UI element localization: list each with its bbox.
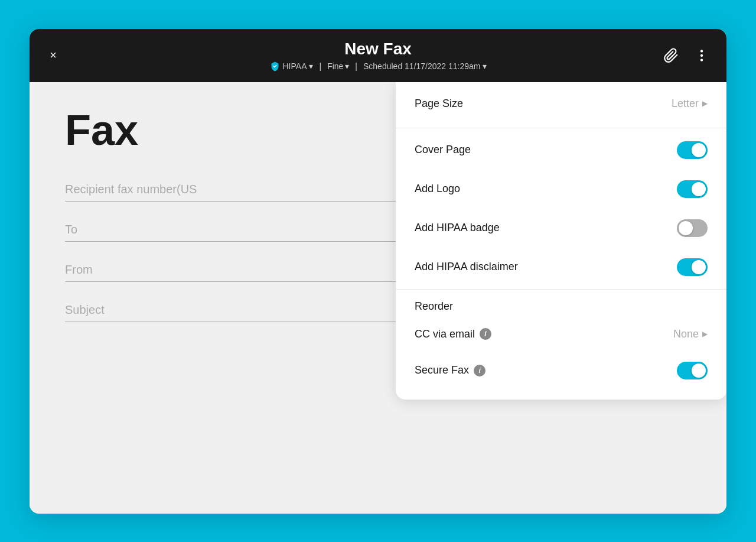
outer-frame: × New Fax HIPAA ▾ | Fine — [18, 17, 738, 525]
secure-fax-info-icon[interactable]: i — [474, 365, 485, 377]
hipaa-chevron-icon: ▾ — [309, 61, 313, 71]
fine-dropdown[interactable]: Fine ▾ — [327, 61, 349, 71]
add-logo-item[interactable]: Add Logo — [396, 170, 726, 209]
subject-input[interactable] — [65, 298, 396, 322]
divider-2 — [396, 289, 726, 290]
app-window: × New Fax HIPAA ▾ | Fine — [30, 29, 726, 514]
more-options-button[interactable] — [691, 45, 712, 66]
cc-via-email-value: None ▶ — [673, 328, 708, 340]
attachment-button[interactable] — [660, 45, 682, 66]
cc-via-email-info-icon[interactable]: i — [480, 328, 491, 340]
secure-fax-toggle-knob — [692, 364, 706, 378]
cover-page-toggle[interactable] — [677, 141, 708, 159]
content-area: Fax Page Si — [30, 82, 726, 514]
paperclip-icon — [663, 48, 679, 63]
header-subtitle: HIPAA ▾ | Fine ▾ | Scheduled 11/17/2022 … — [270, 61, 487, 72]
close-button[interactable]: × — [44, 46, 63, 65]
add-hipaa-badge-label: Add HIPAA badge — [415, 222, 500, 234]
add-logo-label: Add Logo — [415, 183, 460, 195]
secure-fax-label: Secure Fax — [415, 364, 469, 377]
add-hipaa-badge-toggle[interactable] — [677, 219, 708, 237]
page-size-chevron-icon: ▶ — [702, 99, 708, 108]
header-center: New Fax HIPAA ▾ | Fine ▾ — [270, 39, 487, 72]
add-hipaa-disclaimer-toggle-knob — [692, 260, 706, 274]
shield-icon — [270, 61, 281, 72]
pipe-divider-2: | — [355, 61, 357, 71]
page-size-value: Letter ▶ — [672, 98, 708, 110]
pipe-divider-1: | — [319, 61, 321, 71]
scheduled-dropdown[interactable]: Scheduled 11/17/2022 11:29am ▾ — [363, 61, 487, 71]
page-size-label: Page Size — [415, 98, 463, 110]
secure-fax-row: Secure Fax i — [415, 364, 485, 377]
cc-via-email-label: CC via email — [415, 328, 475, 340]
to-input[interactable] — [65, 218, 396, 242]
cc-via-email-chevron-icon: ▶ — [702, 330, 708, 338]
header: × New Fax HIPAA ▾ | Fine — [30, 29, 726, 82]
add-hipaa-disclaimer-label: Add HIPAA disclaimer — [415, 261, 518, 273]
cover-page-item[interactable]: Cover Page — [396, 131, 726, 170]
dots-icon — [694, 48, 709, 63]
menu-section-page-size: Page Size Letter ▶ — [396, 82, 726, 125]
svg-point-2 — [700, 59, 703, 61]
scheduled-chevron-icon: ▾ — [483, 61, 487, 71]
header-right — [660, 45, 712, 66]
menu-bottom-padding — [396, 390, 726, 400]
from-input[interactable] — [65, 258, 396, 282]
cc-via-email-item[interactable]: CC via email i None ▶ — [396, 317, 726, 351]
add-hipaa-disclaimer-toggle[interactable] — [677, 258, 708, 276]
secure-fax-toggle[interactable] — [677, 362, 708, 379]
add-hipaa-badge-item[interactable]: Add HIPAA badge — [396, 209, 726, 248]
svg-point-0 — [700, 50, 703, 52]
cc-via-email-row: CC via email i — [415, 328, 491, 340]
settings-dropdown: Page Size Letter ▶ Cover Page — [396, 82, 726, 400]
cover-page-toggle-knob — [692, 143, 706, 157]
secure-fax-item[interactable]: Secure Fax i — [396, 351, 726, 390]
cover-page-label: Cover Page — [415, 144, 471, 156]
add-logo-toggle-knob — [692, 182, 706, 196]
reorder-label: Reorder — [396, 292, 726, 317]
header-title: New Fax — [270, 39, 487, 59]
add-logo-toggle[interactable] — [677, 180, 708, 198]
recipient-input[interactable] — [65, 178, 396, 202]
svg-point-1 — [700, 54, 703, 56]
add-hipaa-badge-toggle-knob — [679, 221, 693, 235]
hipaa-dropdown[interactable]: HIPAA ▾ — [270, 61, 314, 72]
add-hipaa-disclaimer-item[interactable]: Add HIPAA disclaimer — [396, 248, 726, 287]
page-size-item[interactable]: Page Size Letter ▶ — [396, 87, 726, 121]
fine-chevron-icon: ▾ — [345, 61, 349, 71]
divider-1 — [396, 128, 726, 128]
header-left: × — [44, 46, 63, 65]
